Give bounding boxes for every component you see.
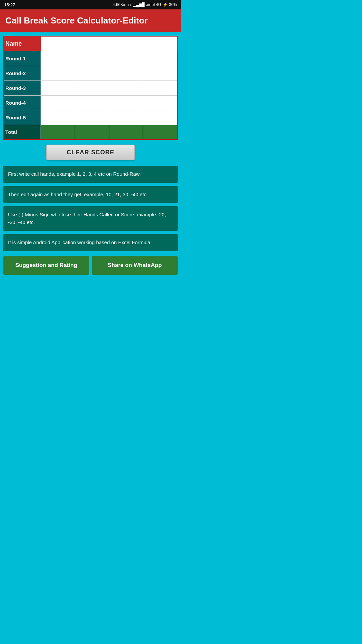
- round2-input-1[interactable]: [42, 66, 73, 80]
- signal-bars-icon: ▂▄▆█: [133, 2, 145, 7]
- round5-cell-1[interactable]: [41, 110, 75, 125]
- round2-label: Round-2: [4, 66, 41, 80]
- total-cell-4: [143, 125, 177, 140]
- clear-button-wrap: CLEAR SCORE: [3, 145, 178, 160]
- round1-cell-4[interactable]: [143, 51, 177, 66]
- round4-cell-3[interactable]: [109, 95, 143, 110]
- suggestion-rating-button[interactable]: Suggestion and Rating: [3, 256, 89, 275]
- round2-input-3[interactable]: [111, 66, 142, 80]
- round1-label: Round-1: [4, 51, 41, 66]
- round3-input-2[interactable]: [76, 81, 108, 95]
- round4-cell-2[interactable]: [75, 95, 109, 110]
- total-label: Total: [4, 125, 41, 140]
- total-row: Total: [4, 125, 177, 140]
- round2-cell-4[interactable]: [143, 66, 177, 80]
- round5-input-2[interactable]: [76, 110, 108, 125]
- carrier-name: airtel 4G: [146, 2, 161, 7]
- app-header: Call Break Score Calculator-Editor: [0, 9, 181, 32]
- name-input-3[interactable]: [111, 37, 142, 51]
- round3-cell-1[interactable]: [41, 80, 75, 95]
- round5-label: Round-5: [4, 110, 41, 125]
- round3-label: Round-3: [4, 80, 41, 95]
- round1-input-1[interactable]: [42, 51, 73, 66]
- round4-input-4[interactable]: [144, 96, 176, 110]
- round5-cell-2[interactable]: [75, 110, 109, 125]
- round1-input-3[interactable]: [111, 51, 142, 66]
- info-text-3: Use (-) Minus Sign who lose their Hands …: [8, 212, 166, 225]
- status-time: 15:27: [4, 2, 15, 7]
- status-bar: 15:27 4.66K/s ↑↓ ▂▄▆█ airtel 4G ⚡ 36%: [0, 0, 181, 9]
- round4-input-2[interactable]: [76, 96, 108, 110]
- round1-cell-1[interactable]: [41, 51, 75, 66]
- info-box-1: First write call hands, example 1, 2, 3,…: [3, 166, 178, 183]
- info-box-3: Use (-) Minus Sign who lose their Hands …: [3, 206, 178, 231]
- round1-cell-3[interactable]: [109, 51, 143, 66]
- total-cell-1: [41, 125, 75, 140]
- round1-input-2[interactable]: [76, 51, 108, 66]
- round5-input-1[interactable]: [42, 110, 73, 125]
- round2-row: Round-2: [4, 66, 177, 80]
- round3-cell-4[interactable]: [143, 80, 177, 95]
- round3-cell-2[interactable]: [75, 80, 109, 95]
- round1-row: Round-1: [4, 51, 177, 66]
- clear-score-button[interactable]: CLEAR SCORE: [46, 145, 135, 160]
- round3-input-4[interactable]: [144, 81, 176, 95]
- name-cell-1[interactable]: [41, 36, 75, 51]
- info-text-4: It is simple Android Application working…: [8, 239, 152, 245]
- info-text-2: Then edit again as hand they get, exampl…: [8, 192, 148, 197]
- network-speed: 4.66K/s: [113, 2, 126, 7]
- name-cell-3[interactable]: [109, 36, 143, 51]
- name-cell-2[interactable]: [75, 36, 109, 51]
- info-box-4: It is simple Android Application working…: [3, 234, 178, 251]
- score-table: Name Round-1 Round-2 Round-3: [3, 36, 178, 140]
- round3-cell-3[interactable]: [109, 80, 143, 95]
- round4-cell-4[interactable]: [143, 95, 177, 110]
- battery-icon: ⚡: [163, 2, 168, 7]
- round5-cell-4[interactable]: [143, 110, 177, 125]
- round5-input-3[interactable]: [111, 110, 142, 125]
- total-cell-2: [75, 125, 109, 140]
- round4-input-3[interactable]: [111, 96, 142, 110]
- bottom-buttons: Suggestion and Rating Share on WhatsApp: [3, 256, 178, 278]
- round1-input-4[interactable]: [144, 51, 176, 66]
- round5-cell-3[interactable]: [109, 110, 143, 125]
- round4-label: Round-4: [4, 95, 41, 110]
- battery-percent: 36%: [169, 2, 177, 7]
- round4-cell-1[interactable]: [41, 95, 75, 110]
- round4-row: Round-4: [4, 95, 177, 110]
- name-row: Name: [4, 36, 177, 51]
- app-title: Call Break Score Calculator-Editor: [5, 15, 176, 26]
- share-whatsapp-button[interactable]: Share on WhatsApp: [92, 256, 178, 275]
- name-cell-4[interactable]: [143, 36, 177, 51]
- round2-cell-2[interactable]: [75, 66, 109, 80]
- round2-input-4[interactable]: [144, 66, 176, 80]
- info-box-2: Then edit again as hand they get, exampl…: [3, 186, 178, 203]
- main-content: Name Round-1 Round-2 Round-3: [0, 32, 181, 282]
- signal-icon: ↑↓: [128, 2, 132, 7]
- round5-row: Round-5: [4, 110, 177, 125]
- round4-input-1[interactable]: [42, 96, 73, 110]
- round2-cell-1[interactable]: [41, 66, 75, 80]
- round3-row: Round-3: [4, 80, 177, 95]
- status-right: 4.66K/s ↑↓ ▂▄▆█ airtel 4G ⚡ 36%: [113, 2, 177, 7]
- info-text-1: First write call hands, example 1, 2, 3,…: [8, 171, 141, 177]
- name-label: Name: [4, 36, 41, 51]
- total-cell-3: [109, 125, 143, 140]
- round5-input-4[interactable]: [144, 110, 176, 125]
- name-input-1[interactable]: [42, 37, 73, 51]
- round2-input-2[interactable]: [76, 66, 108, 80]
- round3-input-3[interactable]: [111, 81, 142, 95]
- name-input-4[interactable]: [144, 37, 176, 51]
- round3-input-1[interactable]: [42, 81, 73, 95]
- round2-cell-3[interactable]: [109, 66, 143, 80]
- name-input-2[interactable]: [76, 37, 108, 51]
- round1-cell-2[interactable]: [75, 51, 109, 66]
